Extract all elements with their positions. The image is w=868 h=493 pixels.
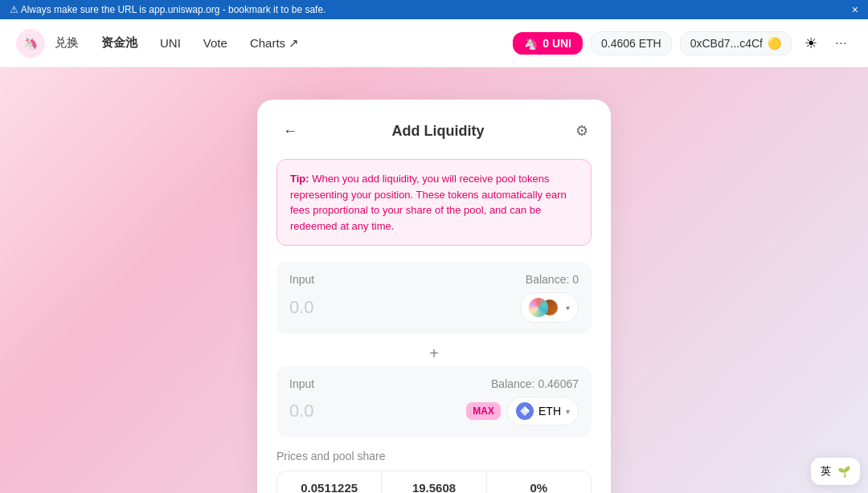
- eth-chevron: ▾: [566, 407, 570, 416]
- price-item-2: 19.5608 per ETH: [382, 471, 486, 493]
- plant-icon: 🌱: [837, 466, 850, 478]
- uni-icon: 🦄: [524, 37, 538, 50]
- uniswap-logo: 🦄: [16, 29, 45, 58]
- nav-vote[interactable]: Vote: [194, 30, 237, 56]
- wallet-address[interactable]: 0xCBd7...c4Cf 🟡: [680, 31, 792, 55]
- warning-close[interactable]: ×: [852, 3, 858, 16]
- nav-swap[interactable]: 兑换: [45, 29, 88, 57]
- eth-balance[interactable]: 0.4606 ETH: [591, 31, 672, 55]
- input-bottom-row: MAX ETH ▾: [289, 397, 579, 426]
- nav-charts[interactable]: Charts ↗: [240, 30, 309, 57]
- price-item-1: 0.0511225 ETH per: [277, 471, 382, 493]
- max-button[interactable]: MAX: [466, 402, 501, 420]
- input-bottom-section: Input Balance: 0.46067 MAX ETH ▾: [276, 366, 592, 437]
- input-bottom-amount[interactable]: [289, 401, 410, 422]
- input-top-row: ▾: [289, 292, 579, 323]
- warning-bar: ⚠ Always make sure the URL is app.uniswa…: [0, 0, 868, 19]
- settings-button[interactable]: ⚙: [572, 119, 592, 143]
- token-top-chevron: ▾: [566, 304, 570, 312]
- input-top-label-row: Input Balance: 0: [289, 273, 579, 286]
- token-top-selector[interactable]: ▾: [520, 292, 579, 323]
- price-value-1: 0.0511225: [284, 481, 375, 493]
- uni-balance: 0 UNI: [542, 37, 571, 50]
- tip-text: When you add liquidity, you will receive…: [290, 173, 567, 232]
- token-icon-1: [529, 298, 548, 317]
- wallet-text: 0xCBd7...c4Cf: [690, 37, 763, 50]
- price-item-3: 0% Share of Pool: [487, 471, 591, 493]
- plus-separator: +: [276, 340, 592, 366]
- more-menu[interactable]: ···: [830, 30, 852, 56]
- svg-text:🦄: 🦄: [23, 36, 38, 51]
- main-content: ← Add Liquidity ⚙ Tip: When you add liqu…: [0, 67, 868, 493]
- input-top-section: Input Balance: 0 ▾: [276, 262, 592, 334]
- wallet-status-icon: 🟡: [768, 37, 781, 50]
- plus-icon: +: [429, 344, 439, 363]
- eth-label: ETH: [538, 405, 561, 418]
- input-top-balance: Balance: 0: [526, 273, 579, 286]
- tip-label: Tip:: [290, 173, 309, 185]
- input-top-amount[interactable]: [289, 297, 410, 318]
- price-value-3: 0%: [493, 481, 584, 493]
- navbar: 🦄 兑换 资金池 UNI Vote Charts ↗ 🦄 0 UNI 0.460…: [0, 19, 868, 67]
- input-bottom-label-row: Input Balance: 0.46067: [289, 377, 579, 390]
- uni-badge[interactable]: 🦄 0 UNI: [513, 32, 583, 55]
- price-value-2: 19.5608: [388, 481, 479, 493]
- warning-text: ⚠ Always make sure the URL is app.uniswa…: [10, 4, 326, 15]
- svg-marker-3: [525, 406, 530, 411]
- prices-grid: 0.0511225 ETH per 19.5608 per ETH 0% S: [276, 471, 592, 493]
- nav-uni[interactable]: UNI: [150, 30, 190, 56]
- input-bottom-label: Input: [289, 377, 314, 390]
- token-icons: [529, 298, 561, 317]
- theme-toggle[interactable]: ☀: [800, 30, 822, 57]
- eth-token-selector[interactable]: ETH ▾: [507, 397, 579, 426]
- prices-section: Prices and pool share 0.0511225 ETH per …: [276, 450, 592, 493]
- eth-icon: [516, 402, 534, 420]
- input-bottom-balance: Balance: 0.46067: [491, 377, 579, 390]
- language-label: 英: [821, 464, 831, 479]
- tip-box: Tip: When you add liquidity, you will re…: [276, 159, 592, 246]
- nav-right: 🦄 0 UNI 0.4606 ETH 0xCBd7...c4Cf 🟡 ☀ ···: [513, 30, 852, 57]
- card-title: Add Liquidity: [392, 123, 485, 140]
- nav-links: 兑换 资金池 UNI Vote Charts ↗: [45, 29, 513, 57]
- card-header: ← Add Liquidity ⚙: [276, 119, 592, 143]
- add-liquidity-card: ← Add Liquidity ⚙ Tip: When you add liqu…: [257, 100, 611, 493]
- bottom-widget: 英 🌱: [811, 458, 860, 485]
- back-button[interactable]: ←: [276, 120, 304, 143]
- nav-pool[interactable]: 资金池: [92, 29, 147, 57]
- input-top-label: Input: [289, 273, 314, 286]
- prices-title: Prices and pool share: [276, 450, 592, 462]
